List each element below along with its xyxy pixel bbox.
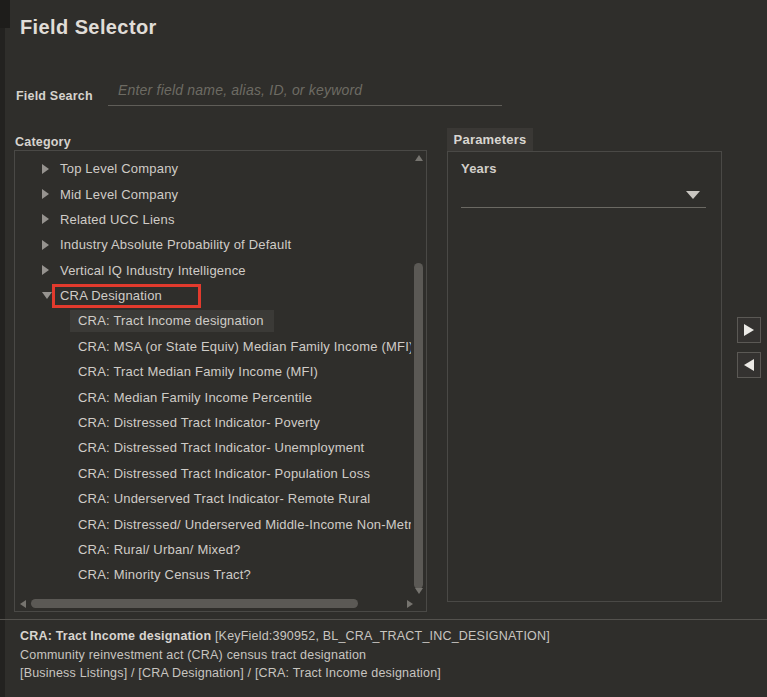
scroll-right-icon[interactable]: [407, 600, 413, 608]
tree-item-label: CRA: Tract Median Family Income (MFI): [78, 364, 318, 379]
tree-collapsed-icon[interactable]: [42, 164, 60, 174]
window-edge: [0, 0, 5, 697]
tree-item-label: Industry Absolute Probability of Default: [60, 237, 291, 252]
status-divider: [0, 619, 767, 620]
tree-item-label: CRA Designation: [52, 284, 201, 308]
left-arrow-icon: [744, 359, 754, 371]
vertical-scrollbar[interactable]: [412, 151, 426, 596]
tree-item[interactable]: CRA Designation: [15, 283, 411, 308]
tree-item-label: Vertical IQ Industry Intelligence: [60, 263, 246, 278]
parameters-panel: Years: [447, 151, 722, 602]
tree-collapsed-icon[interactable]: [42, 240, 60, 250]
category-label: Category: [15, 135, 71, 149]
status-field-path: [Business Listings] / [CRA Designation] …: [20, 664, 750, 683]
tree-item[interactable]: CRA: MSA (or State Equiv) Median Family …: [15, 334, 411, 359]
tree-collapsed-icon[interactable]: [42, 265, 60, 275]
tree-item[interactable]: CRA: Distressed Tract Indicator- Populat…: [15, 461, 411, 486]
chevron-down-icon: [686, 191, 700, 199]
tree-item-label: CRA: MSA (or State Equiv) Median Family …: [78, 339, 411, 354]
field-search-label: Field Search: [16, 89, 93, 103]
tree-item[interactable]: Mid Level Company: [15, 181, 411, 206]
tree-item-label: CRA: Distressed Tract Indicator- Populat…: [78, 466, 370, 481]
tab-parameters[interactable]: Parameters: [447, 128, 533, 151]
tree-item-label: Mid Level Company: [60, 187, 178, 202]
right-arrow-icon: [744, 324, 754, 336]
scroll-up-icon[interactable]: [415, 155, 423, 161]
tree-item[interactable]: CRA: Distressed Tract Indicator- Poverty: [15, 410, 411, 435]
tree-item[interactable]: CRA: Underserved Tract Indicator- Remote…: [15, 486, 411, 511]
tree-item[interactable]: Industry Absolute Probability of Default: [15, 232, 411, 257]
tree-item-label: CRA: Distressed Tract Indicator- Unemplo…: [78, 440, 364, 455]
status-field-line: CRA: Tract Income designation [KeyField:…: [20, 627, 750, 646]
window-corner: [0, 0, 10, 28]
tree-item-label: CRA: Rural/ Urban/ Mixed?: [78, 542, 241, 557]
tree-item[interactable]: CRA: Distressed/ Underserved Middle-Inco…: [15, 511, 411, 536]
tree-item-label: CRA: Underserved Tract Indicator- Remote…: [78, 491, 370, 506]
tree-item[interactable]: CRA: Rural/ Urban/ Mixed?: [15, 537, 411, 562]
tree-item-label: CRA: Distressed/ Underserved Middle-Inco…: [78, 517, 411, 532]
vertical-scrollbar-thumb[interactable]: [414, 263, 423, 589]
tree-item-label: CRA: Distressed Tract Indicator- Poverty: [78, 415, 320, 430]
horizontal-scrollbar[interactable]: [15, 597, 411, 611]
tree-item[interactable]: CRA: Distressed Tract Indicator- Unemplo…: [15, 435, 411, 460]
move-left-button[interactable]: [737, 352, 761, 378]
tree-item-label: CRA: Median Family Income Percentile: [78, 390, 312, 405]
tree-item[interactable]: CRA: Median Family Income Percentile: [15, 385, 411, 410]
category-tree-rows: Top Level CompanyMid Level CompanyRelate…: [15, 156, 411, 588]
tree-item-label: Top Level Company: [60, 161, 178, 176]
status-field-meta: [KeyField:390952, BL_CRA_TRACT_INC_DESIG…: [211, 629, 550, 643]
status-field-name: CRA: Tract Income designation: [20, 629, 211, 643]
tree-item-label: CRA: Tract Income designation: [70, 310, 274, 332]
page-title: Field Selector: [20, 16, 157, 39]
field-search-input[interactable]: [108, 76, 502, 106]
scroll-down-icon[interactable]: [415, 588, 423, 594]
tree-item[interactable]: CRA: Tract Median Family Income (MFI): [15, 359, 411, 384]
tree-collapsed-icon[interactable]: [42, 189, 60, 199]
horizontal-scrollbar-thumb[interactable]: [31, 599, 358, 608]
tree-collapsed-icon[interactable]: [42, 214, 60, 224]
tree-item[interactable]: Related UCC Liens: [15, 207, 411, 232]
scroll-left-icon[interactable]: [20, 600, 26, 608]
tree-item-label: CRA: Minority Census Tract?: [78, 567, 251, 582]
field-selector-dialog: Field Selector Field Search Category Top…: [0, 0, 767, 697]
years-label: Years: [461, 161, 497, 176]
tree-item[interactable]: Top Level Company: [15, 156, 411, 181]
years-dropdown[interactable]: [461, 182, 706, 208]
move-right-button[interactable]: [737, 317, 761, 343]
tree-item[interactable]: CRA: Tract Income designation: [15, 308, 411, 333]
status-bar: CRA: Tract Income designation [KeyField:…: [20, 627, 750, 683]
category-tree: Top Level CompanyMid Level CompanyRelate…: [14, 150, 427, 612]
tree-item[interactable]: Vertical IQ Industry Intelligence: [15, 258, 411, 283]
tree-item-label: Related UCC Liens: [60, 212, 175, 227]
tree-item[interactable]: CRA: Minority Census Tract?: [15, 562, 411, 587]
status-field-description: Community reinvestment act (CRA) census …: [20, 646, 750, 665]
